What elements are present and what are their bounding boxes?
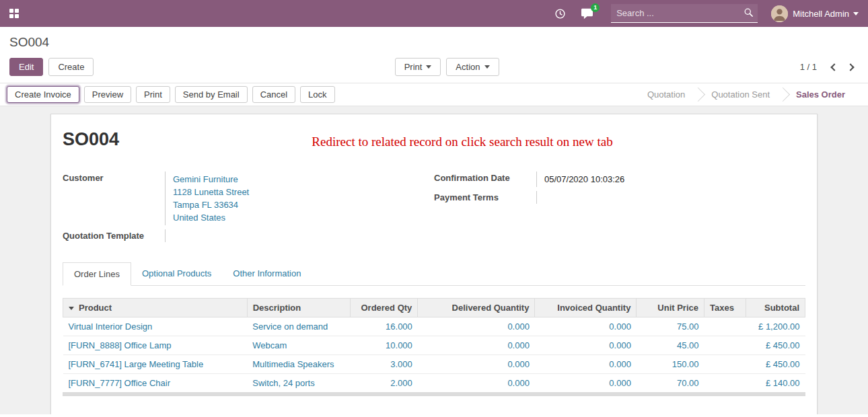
- search-icon[interactable]: [744, 7, 754, 20]
- table-row[interactable]: [FURN_6741] Large Meeting Table Multimed…: [63, 355, 805, 374]
- send-by-email-button[interactable]: Send by Email: [175, 86, 248, 103]
- status-sales-order[interactable]: Sales Order: [783, 83, 859, 106]
- tab-order-lines[interactable]: Order Lines: [63, 262, 131, 286]
- customer-city: Tampa FL 33634: [173, 198, 421, 211]
- cell-taxes[interactable]: [704, 355, 746, 374]
- create-button[interactable]: Create: [48, 58, 94, 76]
- cell-product[interactable]: [FURN_8888] Office Lamp: [63, 336, 248, 355]
- table-row[interactable]: Virtual Interior Design Service on deman…: [63, 317, 805, 336]
- header-invoiced-quantity[interactable]: Invoiced Quantity: [535, 299, 637, 317]
- cell-description[interactable]: Multimedia Speakers: [247, 355, 350, 374]
- cell-taxes[interactable]: [704, 374, 746, 393]
- order-lines-table: Product Description Ordered Qty Delivere…: [63, 298, 805, 392]
- cell-delivered-qty[interactable]: 0.000: [418, 336, 535, 355]
- control-panel: SO004 Edit Create Print Action 1 / 1: [0, 27, 868, 83]
- cell-unit-price[interactable]: 45.00: [637, 336, 704, 355]
- cell-invoiced-qty[interactable]: 0.000: [535, 317, 637, 336]
- field-groups: Customer Gemini Furniture 1128 Lunetta S…: [63, 172, 805, 246]
- cell-delivered-qty[interactable]: 0.000: [418, 374, 535, 393]
- cell-unit-price[interactable]: 75.00: [637, 317, 704, 336]
- print-menu-button[interactable]: Print: [395, 58, 441, 76]
- pager-previous-button[interactable]: [826, 59, 842, 75]
- payment-terms-field: Payment Terms: [434, 191, 792, 204]
- customer-country: United States: [173, 211, 421, 224]
- payment-terms-label: Payment Terms: [434, 191, 536, 204]
- cell-unit-price[interactable]: 70.00: [637, 374, 704, 393]
- cell-taxes[interactable]: [704, 336, 746, 355]
- quotation-template-value: [165, 229, 421, 242]
- tab-other-information[interactable]: Other Information: [222, 262, 312, 286]
- cell-invoiced-qty[interactable]: 0.000: [535, 336, 637, 355]
- statusbar-buttons: Create Invoice Preview Print Send by Ema…: [7, 86, 634, 103]
- print-button[interactable]: Print: [136, 86, 170, 103]
- cell-product[interactable]: Virtual Interior Design: [63, 317, 248, 336]
- activities-clock-icon[interactable]: [554, 8, 566, 20]
- cell-description[interactable]: Webcam: [247, 336, 350, 355]
- cell-unit-price[interactable]: 150.00: [637, 355, 704, 374]
- header-product[interactable]: Product: [63, 299, 248, 317]
- statusbar-states: Quotation Quotation Sent Sales Order: [634, 83, 868, 106]
- control-panel-center: Print Action: [99, 58, 799, 76]
- user-menu[interactable]: Mitchell Admin: [771, 5, 859, 22]
- cell-taxes[interactable]: [704, 317, 746, 336]
- chevron-down-icon: [853, 12, 859, 15]
- cell-description[interactable]: Service on demand: [247, 317, 350, 336]
- lock-button[interactable]: Lock: [300, 86, 334, 103]
- header-ordered-qty[interactable]: Ordered Qty: [350, 299, 418, 317]
- sort-caret-icon: [69, 307, 74, 310]
- table-row[interactable]: [FURN_8888] Office Lamp Webcam 10.000 0.…: [63, 336, 805, 355]
- header-description[interactable]: Description: [247, 299, 350, 317]
- cell-subtotal[interactable]: £ 140.00: [746, 374, 805, 393]
- customer-street: 1128 Lunetta Street: [173, 186, 421, 198]
- table-row[interactable]: [FURN_7777] Office Chair Switch, 24 port…: [63, 374, 805, 393]
- cancel-button[interactable]: Cancel: [252, 86, 295, 103]
- statusbar: Create Invoice Preview Print Send by Ema…: [0, 83, 868, 106]
- status-quotation[interactable]: Quotation: [634, 83, 698, 106]
- header-taxes[interactable]: Taxes: [704, 299, 746, 317]
- cell-subtotal[interactable]: £ 450.00: [746, 336, 805, 355]
- breadcrumb[interactable]: SO004: [9, 35, 859, 50]
- field-group-left: Customer Gemini Furniture 1128 Lunetta S…: [63, 172, 434, 246]
- top-navbar: 1 Mitchell Admin: [0, 0, 868, 27]
- cell-ordered-qty[interactable]: 3.000: [350, 355, 418, 374]
- messages-icon[interactable]: 1: [581, 8, 593, 20]
- tab-optional-products[interactable]: Optional Products: [131, 262, 222, 286]
- search-input[interactable]: [611, 4, 758, 22]
- sheet-header: SO004 Redirect to related record on clic…: [63, 129, 805, 150]
- cell-product[interactable]: [FURN_7777] Office Chair: [63, 374, 248, 393]
- cell-delivered-qty[interactable]: 0.000: [418, 355, 535, 374]
- create-invoice-button[interactable]: Create Invoice: [7, 86, 79, 103]
- preview-button[interactable]: Preview: [84, 86, 131, 103]
- chevron-right-icon: [846, 63, 854, 71]
- header-unit-price[interactable]: Unit Price: [637, 299, 704, 317]
- main-content: SO004 Redirect to related record on clic…: [0, 106, 868, 414]
- quotation-template-field: Quotation Template: [63, 229, 421, 242]
- customer-link[interactable]: Gemini Furniture: [173, 174, 238, 184]
- action-menu-button[interactable]: Action: [446, 58, 499, 76]
- cell-subtotal[interactable]: £ 450.00: [746, 355, 805, 374]
- confirmation-date-value: 05/07/2020 10:03:26: [536, 172, 792, 187]
- table-header-row: Product Description Ordered Qty Delivere…: [63, 299, 805, 317]
- cell-ordered-qty[interactable]: 16.000: [350, 317, 418, 336]
- action-menu-label: Action: [456, 62, 480, 72]
- pager-next-button[interactable]: [842, 59, 859, 75]
- apps-menu-icon[interactable]: [9, 9, 19, 18]
- cell-invoiced-qty[interactable]: 0.000: [535, 355, 637, 374]
- cell-ordered-qty[interactable]: 10.000: [350, 336, 418, 355]
- cell-ordered-qty[interactable]: 2.000: [350, 374, 418, 393]
- cell-delivered-qty[interactable]: 0.000: [418, 317, 535, 336]
- horizontal-scrollbar[interactable]: [63, 392, 805, 396]
- control-panel-left: Edit Create: [9, 58, 99, 76]
- cell-description[interactable]: Switch, 24 ports: [247, 374, 350, 393]
- edit-button[interactable]: Edit: [9, 58, 43, 76]
- header-delivered-quantity[interactable]: Delivered Quantity: [418, 299, 535, 317]
- header-subtotal[interactable]: Subtotal: [746, 299, 805, 317]
- user-name: Mitchell Admin: [793, 9, 849, 19]
- payment-terms-value: [536, 191, 792, 204]
- cell-product[interactable]: [FURN_6741] Large Meeting Table: [63, 355, 248, 374]
- status-quotation-sent[interactable]: Quotation Sent: [698, 83, 783, 106]
- avatar: [771, 5, 788, 22]
- cell-invoiced-qty[interactable]: 0.000: [535, 374, 637, 393]
- cell-subtotal[interactable]: £ 1,200.00: [746, 317, 805, 336]
- messages-badge: 1: [591, 3, 600, 12]
